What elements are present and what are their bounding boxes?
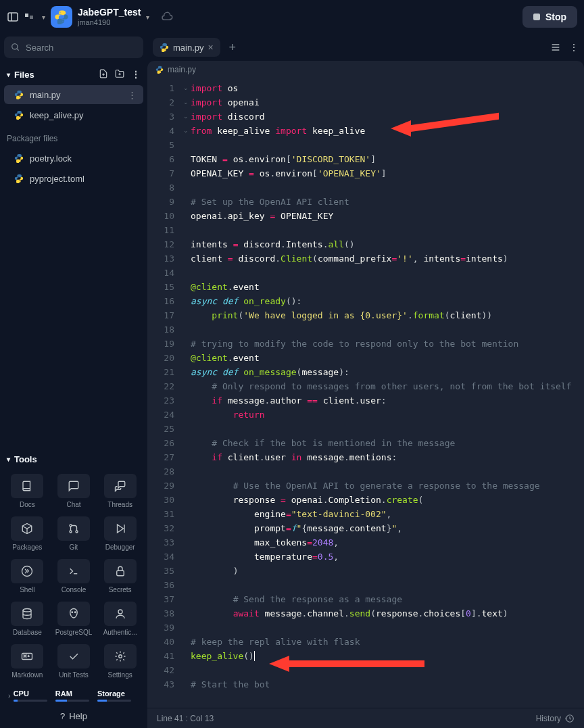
tool-label: Settings <box>108 671 132 679</box>
new-file-icon[interactable] <box>99 69 108 78</box>
md-icon <box>11 644 43 669</box>
tool-database[interactable]: Database <box>5 599 49 639</box>
user-icon <box>104 602 137 626</box>
cursor-position[interactable]: Line 41 : Col 13 <box>157 714 214 723</box>
threads-icon <box>104 474 137 498</box>
help-icon: ? <box>60 711 65 721</box>
tool-label: Database <box>13 629 42 636</box>
project-chevron-icon[interactable]: ▾ <box>146 14 149 21</box>
resources-bar[interactable]: › CPURAMStorage <box>0 684 147 704</box>
search-input[interactable]: Search <box>4 37 143 58</box>
code-editor[interactable]: 1234567891011121314151617181920212223242… <box>147 78 584 708</box>
search-icon <box>11 43 20 52</box>
tool-packages[interactable]: Packages <box>5 514 49 554</box>
resource-label: Storage <box>97 689 139 698</box>
main-layout: Search ▾ Files ⋮ main.py⋮keep_alive.py P… <box>0 34 584 728</box>
svg-line-5 <box>17 49 19 51</box>
project-info[interactable]: JabeGPT_test jman4190 <box>78 7 141 27</box>
code-content[interactable]: import osimport openaiimport discordfrom… <box>191 78 584 708</box>
tool-label: Threads <box>107 501 132 508</box>
check-icon <box>57 644 90 669</box>
fold-column: ⌄⌄⌄⌄ <box>181 78 191 708</box>
file-name: pyproject.toml <box>30 174 84 184</box>
svg-point-7 <box>76 531 78 533</box>
stop-button[interactable]: Stop <box>522 6 577 28</box>
resource-label: CPU <box>14 689 55 698</box>
python-app-icon <box>51 6 72 28</box>
breadcrumb: main.py <box>147 61 584 78</box>
packager-label: Packager files <box>0 126 147 147</box>
history-button[interactable]: History <box>536 714 575 723</box>
sidebar: Search ▾ Files ⋮ main.py⋮keep_alive.py P… <box>0 34 147 728</box>
svg-point-16 <box>118 610 122 614</box>
lock-icon <box>104 559 137 583</box>
tool-shell[interactable]: Shell <box>5 556 49 596</box>
tool-markdown[interactable]: Markdown <box>5 641 49 681</box>
editor-pane: main.py × + ⋮ main.py 123456789101112131… <box>147 34 584 728</box>
close-icon[interactable]: × <box>208 42 214 53</box>
tools-header[interactable]: ▾ Tools <box>0 447 147 468</box>
svg-rect-2 <box>25 14 28 17</box>
tool-label: Packages <box>12 543 42 551</box>
tab-main-py[interactable]: main.py × <box>153 38 220 57</box>
file-name: keep_alive.py <box>30 110 84 120</box>
chevron-right-icon: › <box>8 691 11 700</box>
list-icon[interactable] <box>550 42 561 53</box>
tool-chat[interactable]: Chat <box>52 471 96 511</box>
tool-label: Console <box>62 586 87 593</box>
python-file-icon <box>155 66 164 74</box>
tool-label: Unit Tests <box>59 671 89 679</box>
tool-console[interactable]: Console <box>52 556 96 596</box>
file-item[interactable]: keep_alive.py <box>4 105 143 124</box>
file-item[interactable]: main.py⋮ <box>4 85 143 104</box>
tool-threads[interactable]: Threads <box>98 471 142 511</box>
cloud-sync-icon[interactable] <box>162 10 174 24</box>
svg-rect-0 <box>8 13 18 21</box>
tool-label: Chat <box>66 501 80 508</box>
tool-debugger[interactable]: Debugger <box>98 514 142 554</box>
navigation-icon[interactable] <box>24 11 36 23</box>
more-icon[interactable]: ⋮ <box>128 90 137 100</box>
tool-secrets[interactable]: Secrets <box>98 556 142 596</box>
resource-cpu: CPU <box>14 689 55 702</box>
tool-label: PostgreSQL <box>55 629 92 636</box>
book-icon <box>11 474 43 498</box>
stop-label: Stop <box>545 11 566 22</box>
python-file-icon <box>160 43 169 52</box>
python-file-icon <box>14 110 24 120</box>
tabs-bar: main.py × + ⋮ <box>147 34 584 61</box>
file-item[interactable]: pyproject.toml <box>4 169 143 188</box>
svg-rect-17 <box>22 654 32 660</box>
add-tab-button[interactable]: + <box>223 38 242 57</box>
resource-ram: RAM <box>55 689 97 702</box>
new-folder-icon[interactable] <box>115 69 124 78</box>
chevron-down-icon[interactable]: ▾ <box>42 14 45 21</box>
tool-label: Authentic... <box>103 629 137 636</box>
files-header[interactable]: ▾ Files ⋮ <box>0 65 147 84</box>
git-icon <box>57 516 90 541</box>
tool-git[interactable]: Git <box>52 514 96 554</box>
help-button[interactable]: ? Help <box>0 704 147 728</box>
more-icon[interactable]: ⋮ <box>569 42 579 53</box>
resource-bar <box>55 700 89 702</box>
chevron-down-icon: ▾ <box>7 71 10 78</box>
tool-settings[interactable]: Settings <box>98 641 142 681</box>
svg-point-14 <box>72 612 73 613</box>
breadcrumb-file[interactable]: main.py <box>168 65 196 74</box>
more-icon[interactable]: ⋮ <box>131 69 141 80</box>
svg-point-4 <box>12 44 18 49</box>
tool-authentic-[interactable]: Authentic... <box>98 599 142 639</box>
svg-point-8 <box>70 531 72 533</box>
tool-label: Git <box>70 543 78 551</box>
layout-toggle-icon[interactable] <box>7 11 19 23</box>
help-label: Help <box>69 711 87 721</box>
file-name: poetry.lock <box>30 153 72 164</box>
tool-postgresql[interactable]: PostgreSQL <box>52 599 96 639</box>
tool-unit-tests[interactable]: Unit Tests <box>52 641 96 681</box>
resource-label: RAM <box>55 689 97 698</box>
project-owner: jman4190 <box>78 18 141 27</box>
files-header-label: Files <box>14 70 34 80</box>
tool-docs[interactable]: Docs <box>5 471 49 511</box>
debug-icon <box>104 516 137 541</box>
file-item[interactable]: poetry.lock <box>4 149 143 168</box>
